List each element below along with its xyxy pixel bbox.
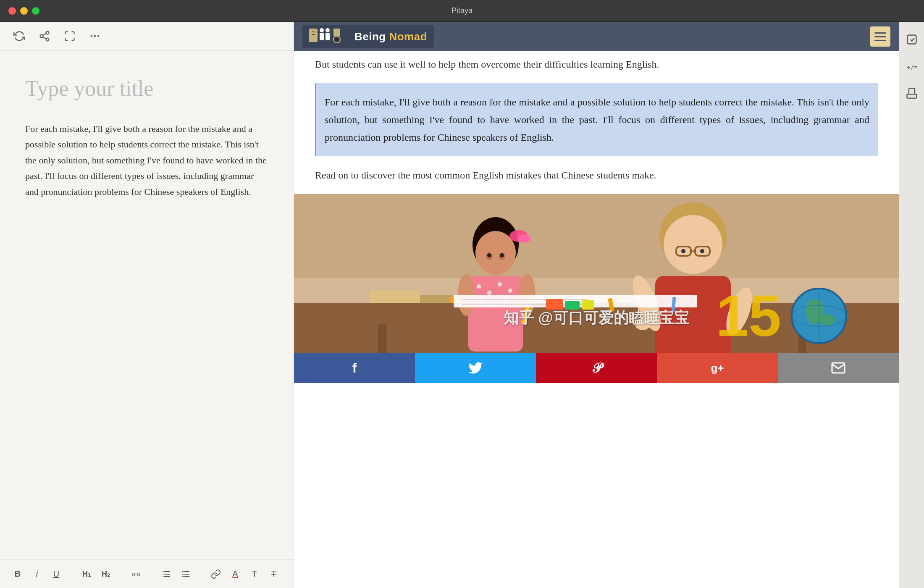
- list-button-2[interactable]: [180, 569, 192, 579]
- formula-tool[interactable]: +/=: [903, 57, 921, 76]
- svg-point-62: [664, 215, 722, 274]
- svg-point-49: [500, 253, 504, 257]
- svg-line-3: [43, 37, 46, 39]
- svg-rect-31: [326, 33, 330, 40]
- svg-rect-40: [420, 295, 454, 303]
- svg-point-0: [46, 31, 49, 34]
- tray-tool[interactable]: [903, 84, 921, 102]
- svg-point-43: [475, 231, 516, 275]
- svg-rect-86: [907, 35, 916, 44]
- pinterest-share-button[interactable]: 𝒫: [536, 353, 657, 383]
- svg-rect-10: [163, 574, 163, 575]
- svg-point-2: [46, 38, 49, 41]
- share-icon[interactable]: [38, 29, 51, 43]
- web-content-area[interactable]: But students can use it well to help the…: [294, 51, 899, 588]
- hamburger-line-2: [874, 36, 886, 37]
- svg-rect-17: [184, 574, 189, 575]
- article-image-svg: [294, 194, 899, 354]
- document-title[interactable]: Type your title: [25, 76, 268, 101]
- svg-rect-25: [309, 29, 318, 42]
- facebook-share-button[interactable]: f: [294, 353, 415, 383]
- editor-body[interactable]: For each mistake, I'll give both a reaso…: [25, 121, 268, 200]
- underline-button[interactable]: U: [50, 569, 62, 579]
- svg-rect-16: [182, 574, 184, 575]
- close-button[interactable]: [8, 7, 16, 15]
- bold-button[interactable]: B: [12, 569, 24, 579]
- hamburger-line-3: [874, 40, 886, 41]
- svg-rect-11: [164, 574, 170, 575]
- format-bar: B i U H₁ H₂ «»: [0, 559, 294, 588]
- svg-point-33: [333, 36, 340, 43]
- svg-rect-29: [320, 33, 324, 40]
- italic-button[interactable]: i: [31, 569, 43, 579]
- h2-button[interactable]: H₂: [100, 570, 112, 579]
- editor-toolbar: [0, 22, 294, 51]
- fullscreen-icon[interactable]: [63, 29, 76, 43]
- window-controls: [8, 7, 39, 15]
- browser-panel: Being Nomad But students can use it well…: [294, 22, 899, 588]
- refresh-icon[interactable]: [13, 29, 26, 43]
- maximize-button[interactable]: [32, 7, 39, 15]
- svg-rect-13: [164, 576, 170, 577]
- web-text-area: But students can use it well to help the…: [294, 51, 899, 184]
- text-style-button[interactable]: T: [249, 569, 260, 579]
- svg-point-7: [97, 35, 100, 37]
- twitter-share-button[interactable]: [415, 353, 536, 383]
- svg-point-67: [700, 249, 704, 253]
- svg-rect-35: [294, 194, 899, 278]
- google-plus-share-button[interactable]: g+: [657, 353, 778, 383]
- svg-point-45: [517, 234, 531, 243]
- app-title: Pitaya: [452, 6, 472, 15]
- strikethrough-button[interactable]: T: [268, 569, 280, 579]
- more-icon[interactable]: [88, 29, 102, 43]
- main-layout: Type your title For each mistake, I'll g…: [0, 22, 924, 588]
- to-text-word: to: [428, 59, 436, 70]
- hamburger-line-1: [874, 32, 886, 34]
- svg-point-6: [94, 35, 96, 37]
- svg-rect-32: [333, 29, 340, 36]
- h1-button[interactable]: H₁: [81, 570, 92, 579]
- email-share-button[interactable]: [778, 353, 899, 383]
- svg-rect-12: [163, 576, 163, 577]
- svg-rect-18: [182, 576, 184, 577]
- editor-panel: Type your title For each mistake, I'll g…: [0, 22, 294, 588]
- web-intro-paragraph: But students can use it well to help the…: [315, 55, 878, 73]
- number-overlay: 15: [716, 286, 781, 345]
- svg-rect-19: [184, 576, 189, 577]
- hamburger-menu-button[interactable]: [870, 26, 890, 47]
- svg-rect-14: [182, 571, 184, 572]
- checkbox-tool[interactable]: [903, 30, 921, 49]
- editor-content-area[interactable]: Type your title For each mistake, I'll g…: [0, 51, 294, 559]
- svg-point-53: [498, 282, 502, 286]
- right-sidebar: +/=: [899, 22, 924, 588]
- quote-button[interactable]: «»: [130, 569, 142, 579]
- site-logo[interactable]: Being Nomad: [302, 25, 434, 48]
- svg-text:+/=: +/=: [907, 64, 917, 71]
- svg-rect-8: [163, 571, 163, 572]
- svg-rect-37: [378, 324, 386, 354]
- svg-point-1: [40, 35, 43, 38]
- svg-line-4: [43, 34, 46, 36]
- minimize-button[interactable]: [20, 7, 28, 15]
- svg-rect-9: [164, 571, 170, 572]
- svg-point-66: [681, 249, 685, 253]
- browser-navbar: Being Nomad: [294, 22, 899, 51]
- svg-rect-88: [907, 94, 916, 98]
- web-highlighted-paragraph: For each mistake, I'll give both a reaso…: [315, 83, 878, 156]
- svg-rect-15: [184, 571, 189, 572]
- logo-icon: [309, 27, 351, 46]
- english-text-word: English: [626, 59, 656, 70]
- logo-text: Being Nomad: [354, 30, 427, 43]
- svg-point-5: [91, 35, 93, 37]
- list-button-1[interactable]: [160, 569, 172, 579]
- svg-point-52: [487, 291, 491, 295]
- web-read-on-paragraph: Read on to discover the most common Engl…: [315, 166, 878, 184]
- web-article-image: 知乎 @可口可爱的瞌睡宝宝 15: [294, 194, 899, 354]
- svg-point-30: [326, 28, 330, 32]
- svg-point-54: [508, 289, 512, 293]
- text-color-button[interactable]: A: [229, 569, 241, 579]
- titlebar: Pitaya: [0, 0, 924, 22]
- image-watermark: 知乎 @可口可爱的瞌睡宝宝: [294, 308, 899, 328]
- link-button[interactable]: [210, 569, 222, 579]
- svg-point-28: [320, 28, 324, 32]
